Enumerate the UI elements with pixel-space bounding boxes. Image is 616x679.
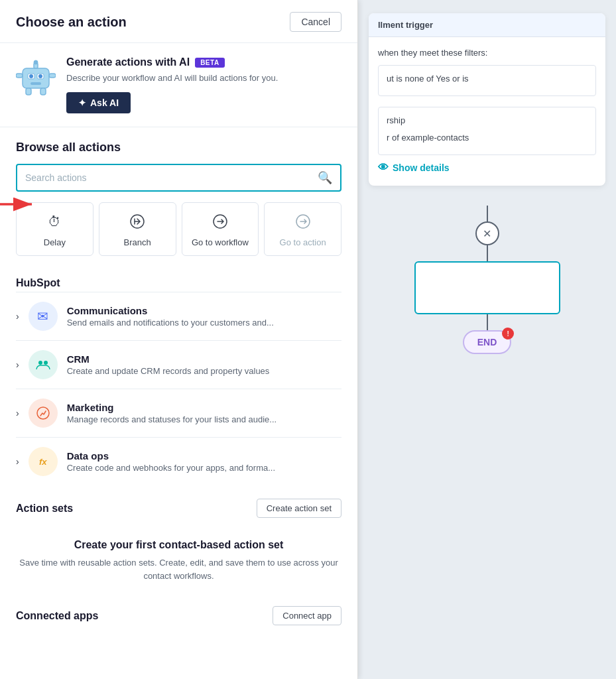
hubspot-title: HubSpot [16,277,341,289]
svg-point-18 [44,361,48,365]
ai-title-row: Generate actions with AI BETA [66,56,341,68]
svg-rect-12 [26,88,31,95]
dataops-icon: fx [29,447,58,476]
workflow-diagram: ✕ END ! [358,199,616,361]
search-input[interactable] [25,172,312,183]
connector-2 [487,245,488,261]
dataops-name: Data ops [67,450,341,462]
chevron-icon: › [16,359,19,370]
ask-ai-button[interactable]: ✦ Ask AI [66,92,131,113]
action-box [414,261,560,314]
workflow-panel: llment trigger when they meet these filt… [358,0,616,679]
filter-heading: when they meet these filters: [378,46,596,60]
chevron-icon: › [16,311,19,322]
action-sets-title: Action sets [16,503,73,515]
quick-action-delay[interactable]: ⏱ Delay [16,202,93,256]
category-crm[interactable]: › CRM Create and update CRM records and … [16,340,341,389]
trigger-header: llment trigger [369,13,605,37]
show-details-text: Show details [393,162,450,173]
svg-point-9 [34,60,38,64]
browse-title: Browse all actions [16,141,341,154]
branch-label: Branch [124,237,151,247]
category-marketing[interactable]: › Marketing Manage records and statuses … [16,389,341,437]
marketing-name: Marketing [67,402,341,413]
connector-3 [487,314,488,330]
workflow-trigger-card: llment trigger when they meet these filt… [369,13,605,186]
quick-actions-grid: ⏱ Delay Branch [16,202,341,256]
svg-rect-2 [23,68,49,88]
browse-section: Browse all actions 🔍 ⏱ Delay Branch [0,127,357,277]
sparkle-icon: ✦ [78,97,86,108]
svg-rect-11 [49,74,56,78]
ai-description: Describe your workflow and AI will build… [66,72,341,84]
end-label: END [477,337,497,347]
show-details-link[interactable]: 👁 Show details [378,155,596,176]
chevron-icon: › [16,408,19,418]
communications-desc: Send emails and notifications to your cu… [67,318,341,328]
svg-rect-7 [31,82,41,85]
marketing-icon [29,399,58,428]
communications-name: Communications [67,305,341,316]
crm-name: CRM [67,353,341,365]
ai-content: Generate actions with AI BETA Describe y… [66,56,341,113]
ai-title: Generate actions with AI [66,56,190,68]
quick-action-goto-action: Go to action [264,202,341,256]
communications-icon: ✉ [29,302,58,331]
filter-box-1: ut is none of Yes or is [378,65,596,97]
end-error-badge: ! [502,328,514,340]
search-icon: 🔍 [318,170,332,185]
end-node: END ! [463,330,512,354]
svg-rect-10 [16,74,23,78]
marketing-desc: Manage records and statuses for your lis… [67,414,341,424]
goto-workflow-icon [210,211,231,232]
trigger-label: llment trigger [378,20,433,30]
connector-1 [487,206,488,221]
delay-icon: ⏱ [44,211,65,232]
connect-app-button[interactable]: Connect app [273,606,341,625]
action-sets-section: Action sets Create action set Create you… [0,485,357,593]
membership-label: rship [387,114,587,127]
filter-box-2: rship r of example-contacts [378,107,596,155]
quick-action-goto-workflow[interactable]: Go to workflow [182,202,259,256]
svg-point-17 [38,361,42,365]
category-dataops[interactable]: › fx Data ops Create code and webhooks f… [16,437,341,485]
ai-section: Generate actions with AI BETA Describe y… [0,43,357,127]
membership-detail: r of example-contacts [387,131,587,145]
empty-action-set-desc: Save time with reusable action sets. Cre… [16,556,341,582]
goto-action-icon [292,211,314,232]
empty-action-sets: Create your first contact-based action s… [16,528,341,593]
svg-rect-13 [40,88,46,95]
empty-action-set-title: Create your first contact-based action s… [16,539,341,551]
branch-icon [127,211,148,232]
crm-desc: Create and update CRM records and proper… [67,366,341,376]
eye-icon: 👁 [378,162,389,174]
search-box: 🔍 [16,164,341,192]
ai-robot-icon [16,56,56,96]
category-communications[interactable]: › ✉ Communications Send emails and notif… [16,292,341,340]
panel-title: Choose an action [16,15,127,30]
svg-point-5 [29,74,33,78]
action-chooser-panel: Choose an action Cancel Generate actions… [0,0,358,679]
quick-action-branch[interactable]: Branch [99,202,176,256]
connected-apps-title: Connected apps [16,610,98,622]
panel-header: Choose an action Cancel [0,0,357,43]
chevron-icon: › [16,456,19,467]
create-action-set-button[interactable]: Create action set [257,499,341,518]
hubspot-section: HubSpot › ✉ Communications Send emails a… [0,277,357,485]
cancel-button[interactable]: Cancel [290,12,341,32]
goto-action-label: Go to action [280,237,326,247]
close-node[interactable]: ✕ [475,221,499,245]
dataops-desc: Create code and webhooks for your apps, … [67,463,341,473]
goto-workflow-label: Go to workflow [192,237,249,247]
filter-row-1: ut is none of Yes or is [387,72,587,86]
crm-icon [29,350,58,379]
connected-apps-section: Connected apps Connect app [0,593,357,631]
svg-point-6 [38,74,42,78]
beta-badge: BETA [195,58,224,68]
delay-label: Delay [44,237,66,247]
